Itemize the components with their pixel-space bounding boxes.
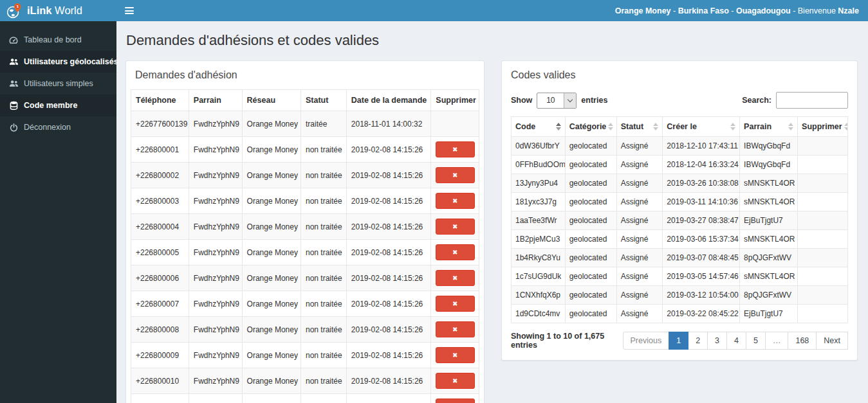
- category-cell: geolocated: [565, 174, 616, 193]
- sidebar-item[interactable]: Utilisateurs géolocalisés: [0, 51, 116, 73]
- request-row: +226800003 FwdhzYphN9 Orange Money non t…: [131, 188, 479, 214]
- phone-cell: +226800003: [131, 188, 189, 214]
- code-parrain-cell: IBWqyGbqFd: [740, 156, 798, 174]
- status-cell: non traitée: [300, 317, 346, 343]
- requests-column-header: Date de la demande: [346, 90, 430, 111]
- codes-column-header[interactable]: Catégorie: [565, 117, 616, 137]
- sort-icon: [844, 123, 848, 130]
- network-cell: Orange Money: [242, 163, 300, 188]
- code-status-cell: Assigné: [616, 156, 663, 174]
- code-delete-cell: [798, 249, 848, 267]
- category-cell: geolocated: [565, 230, 616, 249]
- column-label: Code: [515, 122, 535, 131]
- codes-column-header[interactable]: Parrain: [740, 117, 798, 137]
- datatable-footer: Showing 1 to 10 of 1,675 entries Previou…: [511, 323, 848, 351]
- delete-cell: ✖: [431, 343, 479, 368]
- delete-request-button[interactable]: ✖: [436, 296, 475, 312]
- x-icon: ✖: [452, 274, 457, 282]
- code-delete-cell: [798, 137, 848, 156]
- code-status-cell: Assigné: [616, 193, 663, 211]
- sidebar: Tableau de bord Utilisateurs géolocalisé…: [0, 21, 116, 403]
- requests-column-header: Statut: [300, 90, 346, 111]
- requests-column-header: Parrain: [189, 90, 242, 111]
- code-row: 13Jyny3Pu4 geolocated Assigné 2019-03-26…: [512, 174, 848, 193]
- code-row: 1d9CDtc4mv geolocated Assigné 2019-03-22…: [512, 305, 848, 323]
- category-cell: geolocated: [565, 156, 616, 174]
- delete-cell: ✖: [431, 265, 479, 291]
- search-input[interactable]: [776, 92, 848, 109]
- page-length-control: Show 10 entries: [511, 93, 607, 109]
- pagination-button[interactable]: 168: [788, 332, 817, 350]
- brand-logo[interactable]: $ iLink World: [0, 0, 116, 21]
- delete-request-button[interactable]: ✖: [436, 167, 475, 183]
- delete-cell: ✖: [431, 188, 479, 214]
- codes-column-header[interactable]: Créer le: [663, 117, 740, 137]
- category-cell: geolocated: [565, 305, 616, 323]
- request-date-cell: 2019-02-12 19:10:32: [346, 394, 430, 403]
- code-cell: 1B2pjeMCu3: [512, 230, 566, 249]
- sidebar-item[interactable]: Tableau de bord: [0, 29, 116, 51]
- code-parrain-cell: sMNSKTL4OR: [740, 267, 798, 286]
- parrain-cell: FwdhzYphN9: [189, 291, 242, 317]
- code-row: 1c7sUG9dUk geolocated Assigné 2019-03-05…: [512, 267, 848, 286]
- x-icon: ✖: [452, 197, 457, 204]
- pagination-button[interactable]: 5: [746, 332, 766, 350]
- phone-cell: +226800001: [131, 137, 189, 163]
- page-length-select[interactable]: 10: [537, 93, 577, 109]
- codes-column-header[interactable]: Code: [512, 117, 566, 137]
- delete-request-button[interactable]: ✖: [436, 321, 475, 337]
- pagination-button[interactable]: Next: [816, 332, 848, 350]
- entries-label: entries: [581, 96, 607, 105]
- delete-request-button[interactable]: ✖: [436, 347, 475, 363]
- network-cell: Orange Money: [242, 317, 300, 343]
- delete-request-button[interactable]: ✖: [436, 373, 475, 389]
- requests-panel-title: Demandes d'adhésion: [126, 61, 484, 88]
- pagination-button[interactable]: 4: [726, 332, 746, 350]
- codes-column-header[interactable]: Statut: [616, 117, 663, 137]
- sidebar-item[interactable]: Code membre: [0, 94, 116, 116]
- code-cell: 0dW36UfbrY: [512, 137, 566, 156]
- delete-cell: ✖: [431, 163, 479, 188]
- parrain-cell: FwdhzYphN9: [189, 163, 242, 188]
- delete-request-button[interactable]: ✖: [436, 193, 475, 209]
- sidebar-item[interactable]: Déconnexion: [0, 116, 116, 138]
- x-icon: ✖: [452, 352, 457, 359]
- code-delete-cell: [798, 230, 848, 249]
- pagination-button[interactable]: 2: [688, 332, 708, 350]
- delete-request-button[interactable]: ✖: [436, 141, 475, 157]
- sidebar-item[interactable]: Utilisateurs simples: [0, 73, 116, 94]
- network-cell: Orange Money: [242, 111, 300, 137]
- request-row: +226800001 FwdhzYphN9 Orange Money non t…: [131, 137, 479, 163]
- status-cell: traitée: [300, 111, 346, 137]
- codes-column-header[interactable]: Supprimer: [798, 117, 848, 137]
- request-date-cell: 2019-02-08 14:15:26: [346, 317, 430, 343]
- sort-icon: [608, 123, 613, 130]
- request-date-cell: 2019-02-08 14:15:26: [346, 265, 430, 291]
- user-greeting: Orange Money - Burkina Faso - Ouagadougo…: [615, 0, 868, 21]
- code-cell: 1d9CDtc4mv: [512, 305, 566, 323]
- request-row: +226800006 FwdhzYphN9 Orange Money non t…: [131, 265, 479, 291]
- request-date-cell: 2019-02-08 14:15:26: [346, 163, 430, 188]
- sidebar-item-label: Code membre: [24, 101, 77, 110]
- network-cell: Orange Money: [242, 265, 300, 291]
- delete-request-button[interactable]: ✖: [436, 270, 475, 286]
- status-cell: non traitée: [300, 291, 346, 317]
- show-label: Show: [511, 96, 532, 105]
- code-row: 1aaTee3fWr geolocated Assigné 2019-03-27…: [512, 211, 848, 230]
- pagination-button[interactable]: 3: [707, 332, 727, 350]
- code-status-cell: Assigné: [616, 211, 663, 230]
- parrain-cell: FwdhzYphN9: [189, 188, 242, 214]
- delete-request-button[interactable]: ✖: [436, 219, 475, 235]
- phone-cell: +226800002: [131, 163, 189, 188]
- pagination-button[interactable]: Previous: [623, 332, 670, 350]
- delete-request-button[interactable]: ✖: [436, 244, 475, 260]
- entries-summary: Showing 1 to 10 of 1,675 entries: [511, 332, 623, 350]
- phone-cell: +226800010: [131, 368, 189, 394]
- codes-table: Code Catégorie: [511, 116, 848, 323]
- request-date-cell: 2019-02-08 14:15:26: [346, 214, 430, 240]
- pagination-button[interactable]: 1: [669, 332, 688, 350]
- code-delete-cell: [798, 211, 848, 230]
- column-label: Catégorie: [569, 122, 607, 131]
- delete-request-button[interactable]: ✖: [436, 399, 475, 403]
- sidebar-toggle-button[interactable]: [116, 0, 142, 21]
